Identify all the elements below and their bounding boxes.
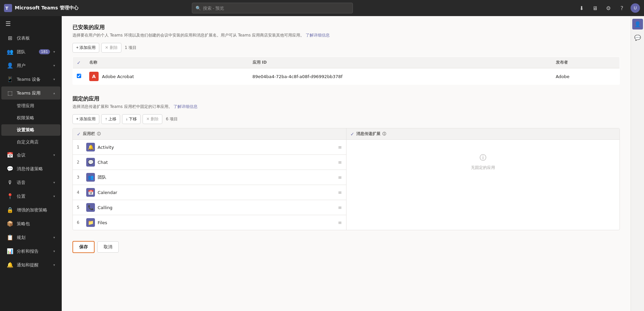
sidebar-label-notifications: 通知和提醒 xyxy=(17,262,50,268)
pinned-apps-link[interactable]: 了解详细信息 xyxy=(173,104,198,109)
app-bar-check-icon: ✓ xyxy=(77,131,81,137)
drag-handle-4[interactable]: ≡ xyxy=(338,190,342,195)
right-panel: 👤 💬 xyxy=(631,16,644,311)
sidebar-item-encryption[interactable]: 🔒 增强的加密策略 xyxy=(1,203,60,216)
calling-app-name: Calling xyxy=(98,205,335,210)
sidebar-item-analytics[interactable]: 📊 分析和报告 ▾ xyxy=(1,245,60,258)
row-name-cell: A Adobe Acrobat xyxy=(85,68,249,85)
chevron-down-icon-rules: ▾ xyxy=(53,236,55,239)
sidebar-label-analytics: 分析和报告 xyxy=(17,248,50,254)
teams-apps-icon: ⬚ xyxy=(7,90,13,96)
right-panel-profile-btn[interactable]: 👤 xyxy=(632,19,643,29)
sidebar-sub-permission-policy[interactable]: 权限策略 xyxy=(1,112,60,124)
sidebar-label-teams: 团队 xyxy=(17,49,34,55)
sidebar-item-messaging-policy[interactable]: 💬 消息传递策略 xyxy=(1,162,60,175)
chevron-down-icon-devices: ▾ xyxy=(53,77,55,81)
move-up-button[interactable]: ↑ 上移 xyxy=(101,114,120,124)
sidebar-item-teams[interactable]: 👥 团队 181 ▾ xyxy=(1,45,60,58)
sidebar-item-rules[interactable]: 📋 规划 ▾ xyxy=(1,231,60,244)
analytics-icon: 📊 xyxy=(7,248,13,254)
col-name: 名称 xyxy=(85,57,249,68)
search-bar[interactable]: 🔍 xyxy=(192,3,353,13)
adobe-acrobat-icon: A xyxy=(89,72,99,81)
sidebar-label-locations: 位置 xyxy=(17,193,50,199)
app-icon-cell: A Adobe Acrobat xyxy=(89,72,245,81)
messaging-ext-header: ✓ 消息传递扩展 ⓘ xyxy=(346,128,620,140)
sidebar-sub-custom-store[interactable]: 自定义商店 xyxy=(1,136,60,148)
delete-installed-app-button[interactable]: ✕ 删除 xyxy=(101,43,121,53)
drag-handle-6[interactable]: ≡ xyxy=(338,220,342,225)
help-icon[interactable]: ? xyxy=(617,3,627,13)
sidebar-item-dashboard[interactable]: ⊞ 仪表板 xyxy=(1,32,60,45)
pinned-apps-desc: 选择消息传递扩展和 Teams 应用栏中固定的订单应用。 了解详细信息 xyxy=(72,104,620,110)
sidebar-item-notifications[interactable]: 🔔 通知和提醒 ▾ xyxy=(1,258,60,271)
add-pinned-app-button[interactable]: + 添加应用 xyxy=(72,114,99,124)
drag-handle-5[interactable]: ≡ xyxy=(338,205,342,210)
activity-app-name: Activity xyxy=(98,145,335,150)
activity-app-icon: 🔔 xyxy=(86,143,95,151)
delete-pinned-app-button[interactable]: ✕ 删除 xyxy=(143,114,162,124)
col-publisher: 发布者 xyxy=(552,57,620,68)
sidebar-label-messaging: 消息传递策略 xyxy=(17,166,55,172)
add-installed-app-button[interactable]: + 添加应用 xyxy=(72,43,99,53)
drag-handle-1[interactable]: ≡ xyxy=(338,144,342,150)
row-check-input[interactable] xyxy=(77,74,81,78)
users-icon: 👤 xyxy=(7,62,13,69)
hamburger-menu[interactable]: ☰ xyxy=(0,16,62,31)
download-icon[interactable]: ⬇ xyxy=(577,3,586,13)
sidebar-item-voice[interactable]: 🎙 语音 ▾ xyxy=(1,176,60,189)
empty-msg-text: 无固定的应用 xyxy=(471,165,495,171)
sidebar-item-users[interactable]: 👤 用户 ▾ xyxy=(1,59,60,72)
sidebar-sub-setup-policy[interactable]: 设置策略 xyxy=(1,124,60,136)
sidebar-item-teams-devices[interactable]: 📱 Teams 设备 ▾ xyxy=(1,73,60,86)
row-num-3: 3 xyxy=(77,175,84,180)
drag-handle-2[interactable]: ≡ xyxy=(338,160,342,165)
pinned-apps-title: 固定的应用 xyxy=(72,96,620,103)
files-app-name: Files xyxy=(98,220,335,225)
avatar[interactable]: U xyxy=(631,3,640,13)
locations-icon: 📍 xyxy=(7,193,13,199)
sidebar-item-meetings[interactable]: 📅 会议 ▾ xyxy=(1,148,60,162)
app-bar-info-icon: ⓘ xyxy=(97,131,101,136)
sidebar-sub-label-permission: 权限策略 xyxy=(17,115,34,121)
installed-apps-section: 已安装的应用 选择要在用户的个人 Teams 环境以及他们创建的会议中安装的应用… xyxy=(72,24,620,85)
check-all-icon: ✓ xyxy=(77,60,81,65)
row-publisher: Adobe xyxy=(552,68,620,85)
chevron-up-icon-apps: ▴ xyxy=(53,91,55,95)
sidebar-label-meetings: 会议 xyxy=(17,152,50,158)
teams-badge: 181 xyxy=(39,49,50,54)
pinned-row-activity: 1 🔔 Activity ≡ xyxy=(73,140,346,155)
screen-share-icon[interactable]: 🖥 xyxy=(590,3,600,13)
pinned-apps-count: 6 项目 xyxy=(166,116,177,122)
search-icon: 🔍 xyxy=(196,6,201,11)
sidebar: ☰ ⊞ 仪表板 👥 团队 181 ▾ 👤 用户 ▾ 📱 Teams 设备 ▾ ⬚… xyxy=(0,16,62,311)
chevron-down-icon: ▾ xyxy=(53,50,55,54)
sidebar-item-locations[interactable]: 📍 位置 ▾ xyxy=(1,190,60,203)
chevron-down-icon-locations: ▾ xyxy=(53,194,55,198)
drag-handle-3[interactable]: ≡ xyxy=(338,175,342,180)
calendar-app-name: Calendar xyxy=(98,190,335,195)
pinned-row-files: 6 📁 Files ≡ xyxy=(73,215,346,230)
svg-text:T: T xyxy=(5,6,8,11)
row-checkbox[interactable] xyxy=(73,68,86,85)
sidebar-sub-manage-apps[interactable]: 管理应用 xyxy=(1,100,60,112)
sidebar-item-policy-packages[interactable]: 📦 策略包 xyxy=(1,217,60,230)
row-app-id: 89e04ba4-72ba-4c8f-a08f-d96992bb378f xyxy=(249,68,552,85)
app-logo: T Microsoft Teams 管理中心 xyxy=(4,4,78,12)
row-num-4: 4 xyxy=(77,190,84,195)
cancel-button[interactable]: 取消 xyxy=(97,241,119,253)
save-button[interactable]: 保存 xyxy=(72,241,95,253)
installed-apps-title: 已安装的应用 xyxy=(72,24,620,31)
right-panel-chat-btn[interactable]: 💬 xyxy=(632,32,643,43)
installed-apps-link[interactable]: 了解详细信息 xyxy=(306,33,330,38)
sidebar-item-teams-apps[interactable]: ⬚ Teams 应用 ▴ xyxy=(1,86,60,100)
move-down-button[interactable]: ↓ 下移 xyxy=(122,114,141,124)
app-bar-column: ✓ 应用栏 ⓘ 1 🔔 Activity ≡ 2 💬 xyxy=(73,128,346,230)
messaging-ext-header-label: 消息传递扩展 xyxy=(356,131,380,137)
search-input[interactable] xyxy=(203,6,349,11)
dashboard-icon: ⊞ xyxy=(7,35,13,41)
settings-icon[interactable]: ⚙ xyxy=(604,3,613,13)
row-num-5: 5 xyxy=(77,205,84,210)
messaging-ext-check-icon: ✓ xyxy=(351,131,355,137)
pinned-row-calendar: 4 📅 Calendar ≡ xyxy=(73,185,346,200)
